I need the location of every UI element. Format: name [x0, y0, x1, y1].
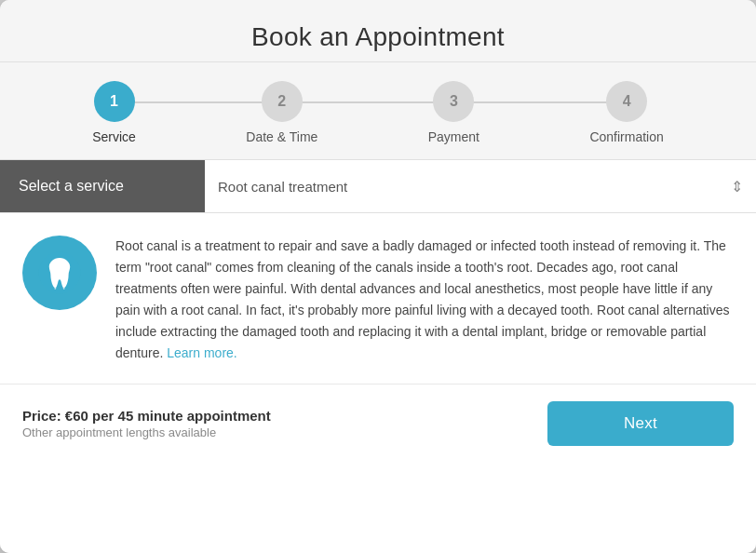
service-select[interactable]: Root canal treatment Teeth cleaning Toot…: [218, 164, 743, 209]
step-1-number: 1: [110, 93, 118, 110]
learn-more-link[interactable]: Learn more.: [167, 345, 236, 360]
step-1-circle: 1: [94, 81, 135, 122]
service-description-text: Root canal is a treatment to repair and …: [115, 236, 734, 365]
select-wrapper: Root canal treatment Teeth cleaning Toot…: [205, 164, 756, 209]
step-3-circle: 3: [433, 81, 474, 122]
step-2-number: 2: [277, 93, 286, 110]
step-4-number: 4: [623, 93, 631, 110]
service-icon-wrap: [22, 236, 97, 310]
step-3-number: 3: [450, 93, 458, 110]
step-datetime: 2 Date & Time: [246, 81, 317, 144]
page-title: Book an Appointment: [19, 22, 737, 52]
step-2-circle: 2: [262, 81, 303, 122]
step-confirmation: 4 Confirmation: [589, 81, 663, 144]
step-service: 1 Service: [92, 81, 136, 144]
price-main: Price: €60 per 45 minute appointment: [22, 408, 271, 424]
description-body: Root canal is a treatment to repair and …: [115, 238, 729, 360]
service-info: Root canal is a treatment to repair and …: [0, 213, 756, 384]
content-area: Select a service Root canal treatment Te…: [0, 160, 756, 553]
step-4-circle: 4: [606, 81, 647, 122]
steps-bar: 1 Service 2 Date & Time 3 Payment 4 Conf…: [0, 62, 756, 160]
step-1-label: Service: [92, 129, 136, 144]
steps-line: [112, 101, 644, 103]
modal-header: Book an Appointment: [0, 0, 756, 62]
step-payment: 3 Payment: [428, 81, 479, 144]
price-info: Price: €60 per 45 minute appointment Oth…: [22, 408, 271, 439]
footer-area: Price: €60 per 45 minute appointment Oth…: [0, 384, 756, 463]
next-button[interactable]: Next: [547, 401, 734, 446]
step-3-label: Payment: [428, 129, 479, 144]
select-service-label: Select a service: [0, 160, 205, 212]
step-2-label: Date & Time: [246, 129, 317, 144]
booking-modal: Book an Appointment 1 Service 2 Date & T…: [0, 0, 756, 553]
step-4-label: Confirmation: [589, 129, 663, 144]
price-sub: Other appointment lengths available: [22, 425, 271, 439]
dental-icon: [37, 250, 82, 295]
select-row: Select a service Root canal treatment Te…: [0, 160, 756, 213]
